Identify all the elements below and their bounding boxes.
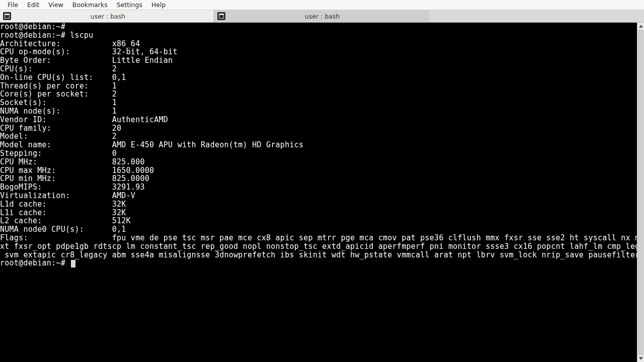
terminal-line: svm extapic cr8_legacy abm sse4a misalig… <box>0 251 637 259</box>
terminal-line: Vendor ID: AuthenticAMD <box>0 116 637 124</box>
terminal-line: CPU MHz: 825.000 <box>0 158 637 166</box>
terminal-line: Byte Order: Little Endian <box>0 56 637 65</box>
terminal-line: CPU op-mode(s): 32-bit, 64-bit <box>0 48 637 56</box>
terminal-icon <box>3 12 11 20</box>
terminal-line: On-line CPU(s) list: 0,1 <box>0 73 637 82</box>
tab-1[interactable]: user : bash <box>0 10 214 22</box>
terminal-icon <box>217 12 225 20</box>
terminal-line: CPU family: 20 <box>0 124 637 133</box>
menu-view[interactable]: View <box>44 1 68 9</box>
terminal-line: CPU min MHz: 825.0000 <box>0 174 637 183</box>
terminal-line: NUMA node0 CPU(s): 0,1 <box>0 225 637 234</box>
menu-help[interactable]: Help <box>147 1 171 9</box>
terminal-line: L2 cache: 512K <box>0 217 637 225</box>
scroll-down-button[interactable] <box>637 355 644 362</box>
terminal-content: root@debian:~#root@debian:~# lscpuArchit… <box>0 23 637 362</box>
terminal-line: Stepping: 0 <box>0 149 637 158</box>
terminal-window: File Edit View Bookmarks Settings Help u… <box>0 0 644 362</box>
terminal-line: CPU(s): 2 <box>0 65 637 73</box>
terminal-line: Model name: AMD E-450 APU with Radeon(tm… <box>0 141 637 149</box>
tab-title: user : bash <box>228 13 428 20</box>
menu-bookmarks[interactable]: Bookmarks <box>68 1 112 9</box>
terminal-line: Core(s) per socket: 2 <box>0 90 637 99</box>
terminal-prompt: root@debian:~# <box>0 259 637 267</box>
menu-edit[interactable]: Edit <box>23 1 44 9</box>
terminal-line: Virtualization: AMD-V <box>0 192 637 200</box>
terminal-line: Thread(s) per core: 1 <box>0 82 637 90</box>
tab-2[interactable]: user : bash <box>214 10 429 22</box>
menu-bar: File Edit View Bookmarks Settings Help <box>0 0 644 10</box>
menu-file[interactable]: File <box>3 1 23 9</box>
terminal-line: L1d cache: 32K <box>0 200 637 209</box>
scroll-up-button[interactable] <box>637 23 644 30</box>
vertical-scrollbar[interactable] <box>637 23 644 362</box>
terminal-line: Flags: fpu vme de pse tsc msr pae mce cx… <box>0 234 637 242</box>
terminal-line: BogoMIPS: 3291.93 <box>0 183 637 192</box>
terminal-line: CPU max MHz: 1650.0000 <box>0 166 637 175</box>
menu-settings[interactable]: Settings <box>112 1 147 9</box>
terminal-line: L1i cache: 32K <box>0 209 637 217</box>
scrollbar-track[interactable] <box>637 30 644 355</box>
terminal-line: Socket(s): 1 <box>0 99 637 107</box>
text-cursor-icon <box>615 350 616 358</box>
terminal-line: xt fxsr_opt pdpe1gb rdtscp lm constant_t… <box>0 242 637 251</box>
tab-title: user : bash <box>14 13 214 20</box>
terminal-line: root@debian:~# lscpu <box>0 31 637 40</box>
terminal-viewport[interactable]: root@debian:~#root@debian:~# lscpuArchit… <box>0 23 644 362</box>
scrollbar-thumb[interactable] <box>638 30 643 355</box>
block-cursor <box>71 260 75 267</box>
terminal-line: Architecture: x86_64 <box>0 40 637 48</box>
tab-bar: user : bash user : bash <box>0 10 644 23</box>
terminal-line: NUMA node(s): 1 <box>0 107 637 116</box>
terminal-line: root@debian:~# <box>0 23 637 31</box>
terminal-line: Model: 2 <box>0 132 637 141</box>
